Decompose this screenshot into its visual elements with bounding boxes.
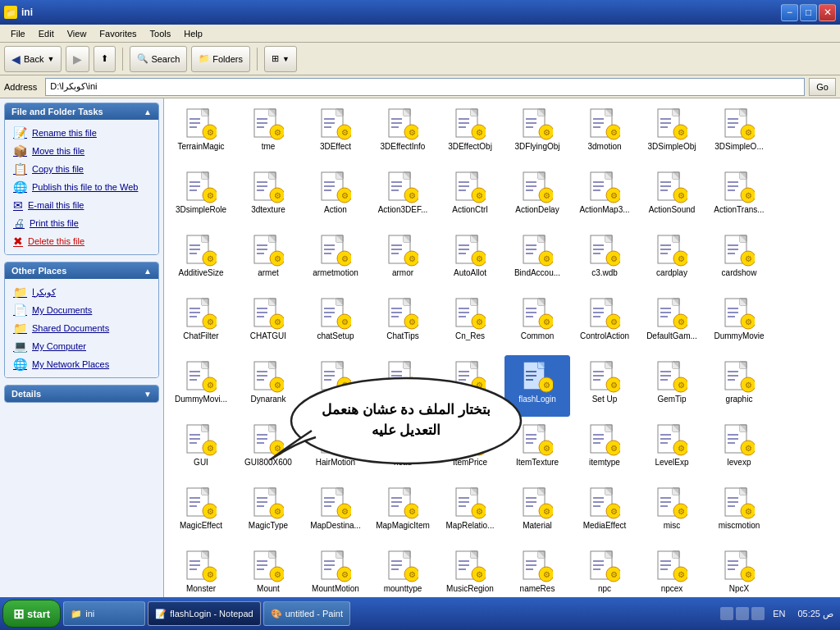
file-item[interactable]: ⚙ chatSetup xyxy=(303,292,368,354)
file-item[interactable]: ⚙ Monster xyxy=(168,545,234,597)
up-button[interactable]: ⬆ xyxy=(94,46,116,72)
file-item[interactable]: ⚙ 3DEffectObj xyxy=(437,103,503,164)
details-header[interactable]: Details ▼ xyxy=(5,386,158,402)
file-item[interactable]: ⚙ MapDestina... xyxy=(303,482,368,543)
places-kubikra[interactable]: 📁 كوبكرا xyxy=(5,283,158,301)
file-item[interactable]: ⚙ ChatFilter xyxy=(168,292,234,354)
file-item[interactable]: ⚙ ActionDelay xyxy=(504,166,570,227)
file-item[interactable]: ⚙ 3DSimpleObj xyxy=(639,103,705,164)
file-item[interactable]: ⚙ ControlAction xyxy=(572,292,637,354)
forward-button[interactable]: ▶ xyxy=(66,46,89,72)
file-item[interactable]: ⚙ MediaEffect xyxy=(572,482,637,543)
file-item[interactable]: ⚙ MapRelatio... xyxy=(437,482,503,543)
file-item[interactable]: ⚙ ChatTips xyxy=(370,292,436,354)
publish-file-item[interactable]: 🌐 Publish this file to the Web xyxy=(5,178,158,196)
menu-tools[interactable]: Tools xyxy=(144,27,178,40)
file-item[interactable]: ⚙ mounttype xyxy=(370,545,436,597)
file-item[interactable]: ⚙ armet xyxy=(235,229,301,290)
file-item[interactable]: ⚙ 3dtexture xyxy=(235,166,301,227)
address-input[interactable] xyxy=(45,78,805,96)
go-button[interactable]: Go xyxy=(809,78,836,96)
move-file-item[interactable]: 📦 Move this file xyxy=(5,142,158,160)
file-item[interactable]: ⚙ ActionSound xyxy=(639,166,705,227)
copy-file-item[interactable]: 📋 Copy this file xyxy=(5,160,158,178)
places-mycomputer[interactable]: 💻 My Computer xyxy=(5,337,158,355)
file-item[interactable]: ⚙ MagicEffect xyxy=(168,482,234,543)
file-item[interactable]: ⚙ c3.wdb xyxy=(572,229,637,290)
file-tasks-header[interactable]: File and Folder Tasks ▲ xyxy=(5,103,158,120)
menu-favorites[interactable]: Favorites xyxy=(93,27,143,40)
file-item[interactable]: ⚙ MagicType xyxy=(235,482,301,543)
minimize-button[interactable]: − xyxy=(781,4,798,21)
file-item[interactable]: ⚙ graphic xyxy=(706,355,772,417)
file-item[interactable]: ⚙ 3DEffectInfo xyxy=(370,103,436,164)
taskbar-notepad[interactable]: 📝 flashLogin - Notepad xyxy=(148,601,261,626)
file-item[interactable]: ⚙ DummyMovi... xyxy=(168,355,234,417)
places-network[interactable]: 🌐 My Network Places xyxy=(5,355,158,373)
file-item[interactable]: ⚙ 3DEffect xyxy=(303,103,368,164)
file-item[interactable]: ⚙ GUI xyxy=(168,418,234,480)
file-item[interactable]: ⚙ DefaultGam... xyxy=(639,292,705,354)
file-item[interactable]: ⚙ MapMagicItem xyxy=(370,482,436,543)
file-item[interactable]: ⚙ npc xyxy=(572,545,637,597)
file-item[interactable]: ⚙ TerrainMagic xyxy=(168,103,234,164)
file-item[interactable]: ⚙ tme xyxy=(235,103,301,164)
delete-file-item[interactable]: ✖ Delete this file xyxy=(5,232,158,250)
file-item[interactable]: ⚙ DummyMovie xyxy=(706,292,772,354)
file-item[interactable]: ⚙ cardshow xyxy=(706,229,772,290)
file-item[interactable]: ⚙ 3DsimpleRole xyxy=(168,166,234,227)
back-dropdown-icon[interactable]: ▼ xyxy=(47,55,54,63)
print-file-item[interactable]: 🖨 Print this file xyxy=(5,214,158,232)
menu-view[interactable]: View xyxy=(61,27,94,40)
file-item[interactable]: ⚙ GemTip xyxy=(639,355,705,417)
search-button[interactable]: 🔍 Search xyxy=(130,46,187,72)
file-item[interactable]: ⚙ armetmotion xyxy=(303,229,368,290)
menu-file[interactable]: File xyxy=(4,27,32,40)
file-item[interactable]: ⚙ BindAccou... xyxy=(504,229,570,290)
taskbar-paint[interactable]: 🎨 untitled - Paint xyxy=(263,601,350,626)
email-file-item[interactable]: ✉ E-mail this file xyxy=(5,196,158,214)
file-item[interactable]: ⚙ armor xyxy=(370,229,436,290)
rename-file-item[interactable]: 📝 Rename this file xyxy=(5,124,158,142)
file-item[interactable]: ⚙ 3dmotion xyxy=(572,103,637,164)
file-item[interactable]: ⚙ ActionTrans... xyxy=(706,166,772,227)
taskbar-ini[interactable]: 📁 ini xyxy=(63,601,145,626)
file-item[interactable]: ⚙ itemtype xyxy=(572,418,637,480)
file-item[interactable]: ⚙ levexp xyxy=(706,418,772,480)
places-shareddocs[interactable]: 📁 Shared Documents xyxy=(5,319,158,337)
file-item[interactable]: ⚙ MusicRegion xyxy=(437,545,503,597)
file-item[interactable]: ⚙ 3DSimpleO... xyxy=(706,103,772,164)
back-button[interactable]: ◀ Back ▼ xyxy=(4,46,62,72)
file-item[interactable]: ⚙ Material xyxy=(504,482,570,543)
menu-edit[interactable]: Edit xyxy=(32,27,61,40)
file-item[interactable]: ⚙ miscmotion xyxy=(706,482,772,543)
file-item[interactable]: ⚙ 3DFlyingObj xyxy=(504,103,570,164)
file-item[interactable]: ⚙ Cn_Res xyxy=(437,292,503,354)
other-places-header[interactable]: Other Places ▲ xyxy=(5,262,158,279)
start-button[interactable]: ⊞ start xyxy=(2,600,61,628)
menu-help[interactable]: Help xyxy=(177,27,209,40)
file-icon: ⚙ xyxy=(723,234,756,267)
file-item[interactable]: ⚙ nameRes xyxy=(504,545,570,597)
places-mydocs[interactable]: 📄 My Documents xyxy=(5,301,158,319)
file-item[interactable]: ⚙ NpcX xyxy=(706,545,772,597)
file-item[interactable]: ⚙ npcex xyxy=(639,545,705,597)
close-button[interactable]: ✕ xyxy=(819,4,836,21)
file-item[interactable]: ⚙ CHATGUI xyxy=(235,292,301,354)
file-item[interactable]: ⚙ Mount xyxy=(235,545,301,597)
file-item[interactable]: ⚙ cardplay xyxy=(639,229,705,290)
file-item[interactable]: ⚙ MountMotion xyxy=(303,545,368,597)
folders-button[interactable]: 📁 Folders xyxy=(191,46,250,72)
maximize-button[interactable]: □ xyxy=(800,4,817,21)
file-item[interactable]: ⚙ Set Up xyxy=(572,355,637,417)
file-item[interactable]: ⚙ Action3DEF... xyxy=(370,166,436,227)
view-button[interactable]: ⊞ ▼ xyxy=(264,46,297,72)
file-item[interactable]: ⚙ ActionMap3... xyxy=(572,166,637,227)
file-item[interactable]: ⚙ Common xyxy=(504,292,570,354)
file-item[interactable]: ⚙ misc xyxy=(639,482,705,543)
file-item[interactable]: ⚙ AutoAllot xyxy=(437,229,503,290)
file-item[interactable]: ⚙ AdditiveSize xyxy=(168,229,234,290)
file-item[interactable]: ⚙ Action xyxy=(303,166,368,227)
file-item[interactable]: ⚙ ActionCtrl xyxy=(437,166,503,227)
file-item[interactable]: ⚙ LevelExp xyxy=(639,418,705,480)
